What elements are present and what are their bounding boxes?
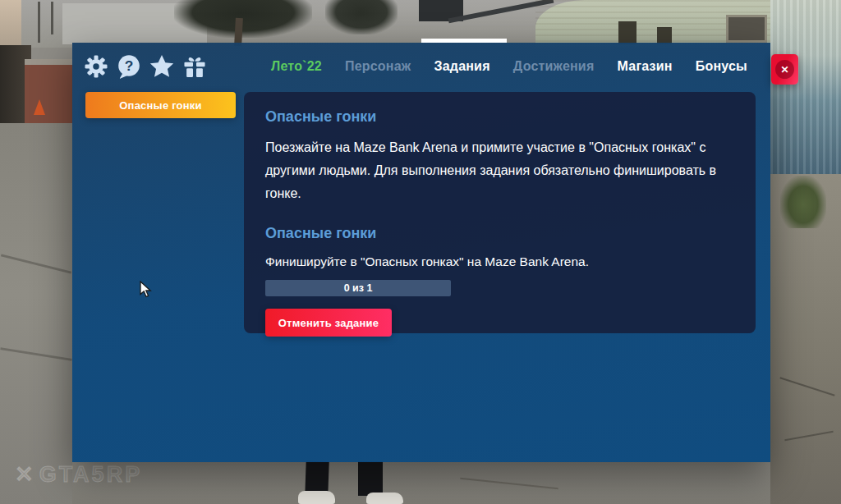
tab-shop[interactable]: Магазин	[618, 59, 673, 74]
bg-palm-tree	[174, 0, 312, 38]
bg-left-pavement	[0, 123, 72, 504]
quest-description: Поезжайте на Maze Bank Arena и примите у…	[265, 136, 734, 205]
quest-objective-text: Финишируйте в "Опасных гонках" на Maze B…	[265, 253, 734, 270]
bg-traffic-cone	[34, 99, 45, 115]
server-watermark: ✕GTA5RP	[15, 461, 142, 488]
watermark-x-icon: ✕	[15, 462, 36, 487]
gift-icon	[182, 53, 208, 80]
game-screen: ✕GTA5RP	[0, 0, 841, 504]
main-nav-tabs: Лето`22 Персонаж Задания Достижения Мага…	[271, 43, 747, 90]
character-left-shoe	[298, 491, 335, 504]
quest-progress-label: 0 из 1	[344, 282, 373, 294]
bg-power-pole	[38, 2, 40, 43]
quest-progress-bar: 0 из 1	[265, 280, 451, 296]
bg-sun-haze	[0, 0, 21, 48]
favorites-button[interactable]	[148, 53, 176, 80]
character-right-leg	[358, 461, 383, 496]
quest-details-card: Опасные гонки Поезжайте на Maze Bank Are…	[244, 92, 756, 333]
utility-icon-bar: ?	[82, 53, 209, 80]
tab-quests[interactable]: Задания	[434, 59, 489, 74]
cancel-quest-button-label: Отменить задание	[278, 317, 379, 329]
quest-objective-title: Опасные гонки	[265, 225, 734, 242]
bg-road	[72, 461, 770, 504]
sidebar-quest-button-label: Опасные гонки	[119, 99, 201, 112]
bg-brick-wall	[25, 59, 72, 123]
bg-tree	[325, 0, 398, 34]
tab-achievements[interactable]: Достижения	[513, 59, 595, 74]
cancel-quest-button[interactable]: Отменить задание	[265, 309, 392, 337]
close-button[interactable]: ✕	[771, 54, 798, 85]
settings-button[interactable]	[82, 53, 110, 80]
gifts-button[interactable]	[181, 53, 209, 80]
tab-season-leto22[interactable]: Лето`22	[271, 59, 322, 74]
tab-character[interactable]: Персонаж	[345, 59, 411, 74]
close-icon: ✕	[775, 60, 794, 79]
star-icon	[148, 53, 176, 80]
bg-power-pole	[51, 2, 53, 34]
bg-hangar-window	[726, 15, 767, 43]
bg-hangar-door	[657, 27, 672, 44]
bg-right-building	[770, 0, 841, 174]
help-button[interactable]: ?	[115, 53, 143, 80]
active-tab-indicator	[421, 39, 507, 43]
svg-text:?: ?	[125, 57, 134, 74]
quest-title: Опасные гонки	[265, 108, 734, 126]
sidebar-quest-button[interactable]: Опасные гонки	[85, 92, 236, 118]
question-bubble-icon: ?	[116, 53, 142, 80]
gear-icon	[84, 54, 108, 79]
character-right-shoe	[366, 493, 403, 504]
quest-menu-panel: ?	[72, 43, 770, 462]
tab-bonuses[interactable]: Бонусы	[696, 59, 747, 74]
watermark-label: GTA5RP	[39, 462, 143, 487]
bg-weed	[780, 176, 826, 228]
bg-hangar-window	[618, 21, 636, 44]
